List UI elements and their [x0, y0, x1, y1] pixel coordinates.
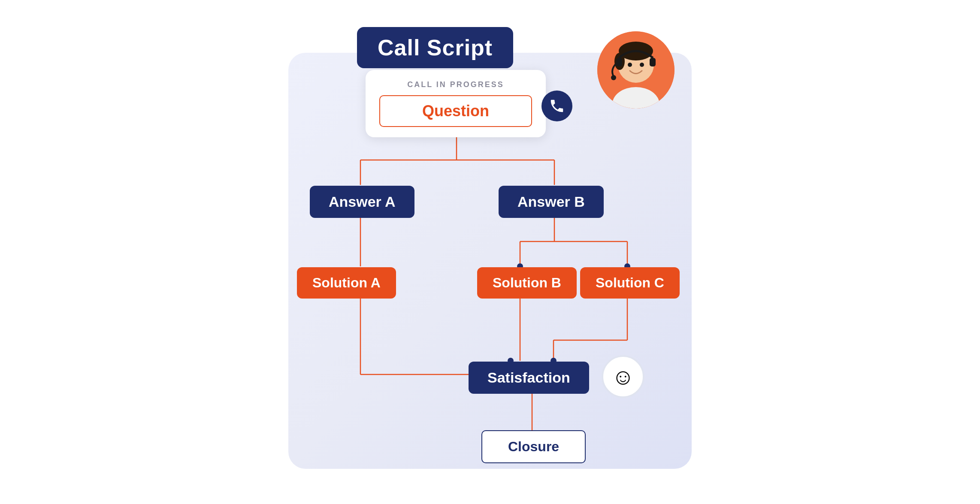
question-box: Question: [379, 95, 532, 127]
svg-rect-7: [616, 58, 622, 66]
svg-point-9: [611, 75, 616, 80]
answer-a-box: Answer A: [310, 186, 414, 218]
svg-rect-8: [650, 58, 656, 66]
answer-a-label: Answer A: [329, 193, 396, 210]
solution-a-box: Solution A: [297, 267, 396, 299]
solution-a-label: Solution A: [312, 275, 381, 290]
solution-c-label: Solution C: [596, 275, 664, 290]
smiley-bubble: ☺: [602, 355, 644, 398]
call-script-title: Call Script: [378, 35, 493, 60]
svg-point-6: [640, 63, 644, 67]
answer-b-box: Answer B: [499, 186, 604, 218]
answer-b-label: Answer B: [517, 193, 585, 210]
phone-bubble: [541, 91, 572, 121]
svg-point-5: [628, 63, 632, 67]
question-label: Question: [422, 102, 489, 120]
phone-icon: [549, 98, 565, 114]
call-in-progress-label: CALL IN PROGRESS: [379, 80, 532, 89]
main-container: Call Script: [254, 27, 726, 477]
satisfaction-box: Satisfaction: [469, 362, 589, 394]
call-script-title-box: Call Script: [357, 27, 513, 68]
smiley-icon: ☺: [611, 364, 634, 389]
agent-avatar: [597, 31, 675, 109]
closure-box: Closure: [481, 430, 586, 463]
satisfaction-label: Satisfaction: [487, 369, 570, 386]
closure-label: Closure: [508, 439, 559, 454]
solution-b-label: Solution B: [493, 275, 561, 290]
solution-c-box: Solution C: [580, 267, 680, 299]
call-progress-card: CALL IN PROGRESS Question: [366, 70, 546, 137]
solution-b-box: Solution B: [477, 267, 577, 299]
